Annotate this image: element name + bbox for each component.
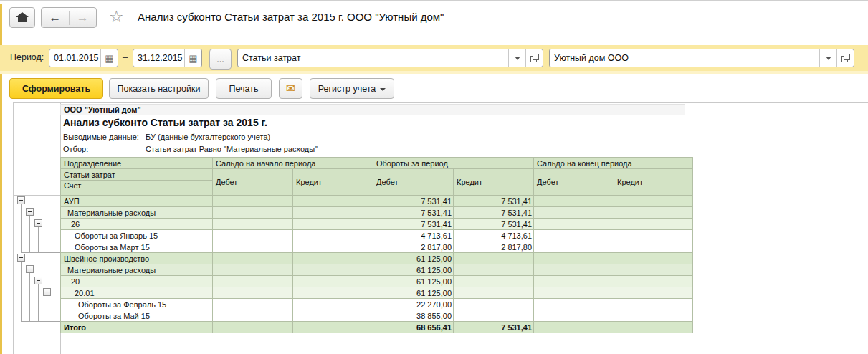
register-menu-button[interactable]: Регистр учета xyxy=(310,78,394,99)
amount-cell[interactable] xyxy=(614,276,693,287)
row-label-cell[interactable]: Материальные расходы xyxy=(61,207,213,219)
report-org-line[interactable]: ООО "Уютный дом" xyxy=(60,104,685,115)
organization-open-button[interactable] xyxy=(836,49,854,67)
date-from-calendar-button[interactable]: ▦ xyxy=(100,49,118,67)
amount-cell[interactable] xyxy=(614,219,693,230)
collapse-group-button[interactable] xyxy=(26,265,34,273)
subconto-dropdown-button[interactable] xyxy=(508,49,525,67)
header-cell[interactable]: Статьи затрат xyxy=(61,169,213,181)
amount-cell[interactable] xyxy=(293,253,373,264)
row-label-cell[interactable]: Итого xyxy=(61,322,213,333)
date-to-value[interactable]: 31.12.2015 xyxy=(133,53,184,63)
amount-cell[interactable]: 22 270,00 xyxy=(373,299,454,310)
amount-cell[interactable]: 61 125,00 xyxy=(373,253,454,264)
amount-cell[interactable] xyxy=(534,241,614,253)
amount-cell[interactable] xyxy=(213,264,293,276)
row-label-cell[interactable]: Материальные расходы xyxy=(61,264,213,276)
date-from-value[interactable]: 01.01.2015 xyxy=(49,53,100,63)
amount-cell[interactable] xyxy=(534,322,614,333)
subconto-combo[interactable]: Статьи затрат xyxy=(237,49,543,67)
date-to-calendar-button[interactable]: ▦ xyxy=(184,49,201,67)
header-cell[interactable]: Счет xyxy=(61,181,213,196)
organization-dropdown-button[interactable] xyxy=(819,49,836,67)
amount-cell[interactable]: 61 125,00 xyxy=(373,287,454,299)
amount-cell[interactable]: 2 817,80 xyxy=(373,241,454,253)
subconto-value[interactable]: Статьи затрат xyxy=(238,53,508,63)
row-label-cell[interactable]: 20.01 xyxy=(61,287,213,299)
amount-cell[interactable] xyxy=(293,310,373,322)
amount-cell[interactable] xyxy=(293,264,373,276)
collapse-group-button[interactable] xyxy=(17,196,25,204)
send-email-button[interactable]: ✉ xyxy=(279,78,302,99)
amount-cell[interactable] xyxy=(614,196,693,207)
amount-cell[interactable] xyxy=(293,207,373,219)
collapse-group-button[interactable] xyxy=(26,208,34,216)
amount-cell[interactable] xyxy=(454,310,534,322)
favorite-star-icon[interactable]: ☆ xyxy=(109,6,124,27)
amount-cell[interactable] xyxy=(293,276,373,287)
amount-cell[interactable] xyxy=(614,230,693,241)
amount-cell[interactable] xyxy=(213,287,293,299)
amount-cell[interactable]: 68 656,41 xyxy=(373,322,454,333)
amount-cell[interactable] xyxy=(614,299,693,310)
amount-cell[interactable] xyxy=(534,196,614,207)
header-cell[interactable]: Дебет xyxy=(213,169,293,196)
generate-button[interactable]: Сформировать xyxy=(9,78,103,99)
row-label-cell[interactable]: АУП xyxy=(61,196,213,207)
row-label-cell[interactable]: Обороты за Май 15 xyxy=(61,310,213,322)
amount-cell[interactable] xyxy=(534,230,614,241)
amount-cell[interactable]: 7 531,41 xyxy=(454,219,534,230)
amount-cell[interactable] xyxy=(534,219,614,230)
forward-button[interactable]: → xyxy=(70,11,97,25)
row-label-cell[interactable]: Обороты за Январь 15 xyxy=(61,230,213,241)
amount-cell[interactable] xyxy=(614,310,693,322)
print-button[interactable]: Печать xyxy=(216,78,272,99)
date-to-field[interactable]: 31.12.2015 ▦ xyxy=(133,49,202,67)
period-options-button[interactable]: ... xyxy=(209,49,232,70)
row-label-cell[interactable]: Обороты за Февраль 15 xyxy=(61,299,213,310)
amount-cell[interactable] xyxy=(614,241,693,253)
collapse-group-button[interactable] xyxy=(43,288,51,296)
header-cell[interactable]: Дебет xyxy=(534,169,614,196)
amount-cell[interactable] xyxy=(213,241,293,253)
amount-cell[interactable] xyxy=(614,207,693,219)
amount-cell[interactable] xyxy=(534,310,614,322)
row-label-cell[interactable]: Обороты за Март 15 xyxy=(61,241,213,253)
amount-cell[interactable]: 4 713,61 xyxy=(454,230,534,241)
amount-cell[interactable] xyxy=(454,276,534,287)
amount-cell[interactable] xyxy=(534,207,614,219)
amount-cell[interactable] xyxy=(614,253,693,264)
amount-cell[interactable] xyxy=(293,299,373,310)
amount-cell[interactable] xyxy=(213,219,293,230)
row-label-cell[interactable]: 20 xyxy=(61,276,213,287)
organization-combo[interactable]: Уютный дом ООО xyxy=(549,49,854,67)
header-cell[interactable]: Кредит xyxy=(614,169,693,196)
amount-cell[interactable] xyxy=(213,253,293,264)
amount-cell[interactable]: 7 531,41 xyxy=(454,207,534,219)
collapse-group-button[interactable] xyxy=(17,254,25,262)
amount-cell[interactable] xyxy=(213,276,293,287)
amount-cell[interactable] xyxy=(293,287,373,299)
amount-cell[interactable] xyxy=(534,299,614,310)
amount-cell[interactable]: 7 531,41 xyxy=(454,322,534,333)
header-cell[interactable]: Кредит xyxy=(454,169,534,196)
collapse-group-button[interactable] xyxy=(34,277,42,284)
amount-cell[interactable]: 7 531,41 xyxy=(373,196,454,207)
report-title[interactable]: Анализ субконто Статьи затрат за 2015 г. xyxy=(63,117,267,128)
amount-cell[interactable] xyxy=(293,219,373,230)
home-button[interactable] xyxy=(9,7,35,28)
amount-cell[interactable] xyxy=(213,230,293,241)
amount-cell[interactable] xyxy=(293,196,373,207)
show-settings-button[interactable]: Показать настройки xyxy=(109,78,209,99)
amount-cell[interactable]: 7 531,41 xyxy=(454,196,534,207)
row-label-cell[interactable]: Швейное производство xyxy=(61,253,213,264)
amount-cell[interactable] xyxy=(534,264,614,276)
amount-cell[interactable] xyxy=(614,322,693,333)
amount-cell[interactable]: 2 817,80 xyxy=(454,241,534,253)
amount-cell[interactable] xyxy=(454,299,534,310)
amount-cell[interactable]: 4 713,61 xyxy=(373,230,454,241)
amount-cell[interactable] xyxy=(534,253,614,264)
header-cell[interactable]: Кредит xyxy=(293,169,373,196)
amount-cell[interactable] xyxy=(454,287,534,299)
amount-cell[interactable] xyxy=(213,310,293,322)
